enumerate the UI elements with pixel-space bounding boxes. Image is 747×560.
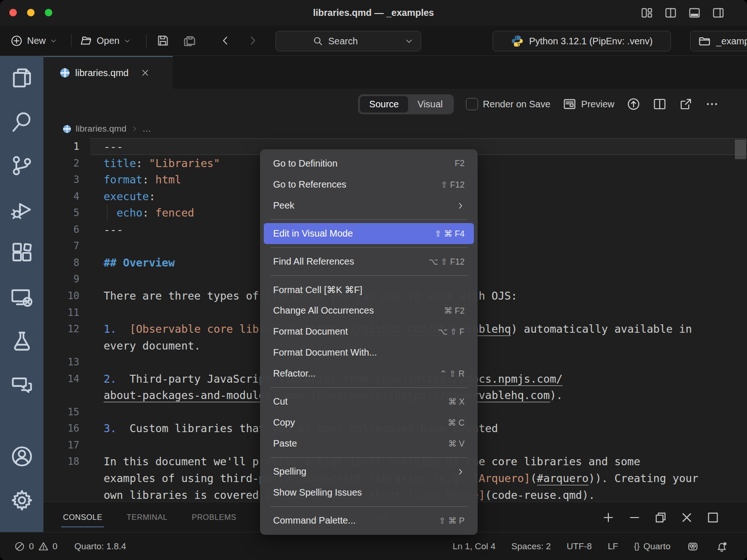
- tab-libraries-qmd[interactable]: libraries.qmd: [43, 56, 173, 89]
- menu-item-format-document[interactable]: Format Document⌥ ⇧ F: [264, 321, 474, 342]
- search-icon: [312, 35, 324, 47]
- workspace-label: _examples: [716, 36, 747, 47]
- navigate-forward-button[interactable]: [247, 26, 259, 56]
- menu-item-shortcut: ⇧ ⌘ F4: [435, 229, 465, 239]
- sidebar-item-run-debug[interactable]: [10, 197, 34, 222]
- menu-item-format-cell-k-f[interactable]: Format Cell [⌘K ⌘F]: [264, 279, 474, 300]
- preview-button[interactable]: Preview: [563, 97, 614, 111]
- activity-bar: [0, 56, 43, 532]
- preview-label: Preview: [581, 99, 614, 110]
- menu-item-label: Format Cell [⌘K ⌘F]: [273, 284, 465, 295]
- problems-status[interactable]: 0 0: [14, 541, 57, 552]
- editor-scrollbar[interactable]: [735, 140, 746, 159]
- language-mode-status[interactable]: {} Quarto: [634, 541, 670, 552]
- menu-item-paste[interactable]: Paste⌘ V: [264, 433, 474, 454]
- navigate-back-button[interactable]: [219, 26, 232, 56]
- close-tab-icon[interactable]: [141, 68, 150, 77]
- render-on-save-checkbox[interactable]: [466, 98, 478, 110]
- save-button[interactable]: [156, 26, 170, 56]
- status-bar: 0 0 Quarto: 1.8.4 Ln 1, Col 4 Spaces: 2 …: [0, 532, 747, 560]
- breadcrumb-more[interactable]: …: [142, 124, 151, 134]
- sidebar-item-extensions[interactable]: [10, 241, 34, 266]
- visual-mode-button[interactable]: Visual: [408, 96, 452, 112]
- render-icon[interactable]: [627, 97, 641, 111]
- line-number: 12: [43, 321, 79, 337]
- menu-item-format-document-with[interactable]: Format Document With...: [264, 342, 474, 363]
- menu-item-go-to-definition[interactable]: Go to DefinitionF2: [264, 153, 474, 174]
- menu-item-edit-in-visual-mode[interactable]: Edit in Visual Mode⇧ ⌘ F4: [264, 223, 474, 244]
- sidebar-item-search[interactable]: [10, 110, 34, 134]
- panel-tab-console[interactable]: CONSOLE: [62, 510, 103, 525]
- menu-item-show-spelling-issues[interactable]: Show Spelling Issues: [264, 482, 474, 503]
- indentation-status[interactable]: Spaces: 2: [511, 541, 551, 552]
- search-input[interactable]: Search: [275, 31, 421, 51]
- render-on-save-group: Render on Save: [466, 98, 550, 110]
- split-editor-icon[interactable]: [664, 7, 677, 19]
- line-number: 17: [43, 437, 79, 454]
- status-bar-right: Ln 1, Col 4 Spaces: 2 UTF-8 LF {} Quarto: [452, 532, 728, 560]
- menu-item-spelling[interactable]: Spelling: [264, 461, 474, 482]
- panel-tab-terminal[interactable]: TERMINAL: [126, 510, 168, 525]
- line-number: 5: [43, 204, 79, 221]
- line-number: 11: [43, 304, 79, 321]
- window-layout-controls: [641, 0, 725, 26]
- menu-item-copy[interactable]: Copy⌘ C: [264, 412, 474, 433]
- toggle-panel-icon[interactable]: [688, 7, 701, 19]
- source-mode-button[interactable]: Source: [360, 96, 408, 112]
- maximize-panel-icon[interactable]: [706, 511, 720, 525]
- sidebar-item-settings[interactable]: [10, 488, 34, 512]
- restore-panel-icon[interactable]: [654, 511, 668, 525]
- menu-item-go-to-references[interactable]: Go to References⇧ F12: [264, 174, 474, 195]
- line-number: 13: [43, 354, 79, 371]
- chevron-down-icon[interactable]: [405, 37, 413, 45]
- sidebar-item-source-control[interactable]: [10, 154, 34, 178]
- sidebar-item-sessions[interactable]: [10, 285, 34, 309]
- cursor-position-status[interactable]: Ln 1, Col 4: [452, 541, 495, 552]
- sidebar-item-account[interactable]: [10, 444, 34, 469]
- language-label: Quarto: [643, 541, 670, 552]
- panel-actions: [601, 502, 720, 532]
- eol-status[interactable]: LF: [608, 541, 618, 552]
- sidebar-item-testing[interactable]: [10, 329, 34, 353]
- encoding-status[interactable]: UTF-8: [567, 541, 592, 552]
- notifications-bell-icon[interactable]: [715, 540, 728, 553]
- menu-item-shortcut: ⌥ ⇧ F: [438, 327, 465, 337]
- interpreter-selector-button[interactable]: Python 3.12.1 (PipEnv: .venv): [493, 31, 671, 51]
- line-number: 3: [43, 171, 79, 188]
- sidebar-item-chat[interactable]: [10, 373, 34, 397]
- open-in-new-window-icon[interactable]: [679, 97, 693, 111]
- new-console-icon[interactable]: [601, 511, 615, 525]
- sidebar-item-explorer[interactable]: [10, 66, 34, 90]
- chevron-down-icon: [50, 37, 57, 44]
- workspace-button[interactable]: _examples: [690, 31, 747, 51]
- copilot-icon[interactable]: [686, 540, 699, 553]
- panel-tab-problems[interactable]: PROBLEMS: [191, 510, 238, 525]
- toggle-secondary-sidebar-icon[interactable]: [712, 7, 725, 19]
- menu-item-find-all-references[interactable]: Find All References⌥ ⇧ F12: [264, 251, 474, 272]
- menu-item-change-all-occurrences[interactable]: Change All Occurrences⌘ F2: [264, 300, 474, 321]
- breadcrumb[interactable]: libraries.qmd …: [43, 119, 747, 138]
- menu-item-cut[interactable]: Cut⌘ X: [264, 391, 474, 412]
- new-button[interactable]: New: [10, 26, 57, 56]
- split-editor-icon[interactable]: [653, 97, 667, 111]
- error-count: 0: [29, 541, 34, 552]
- menu-separator: [270, 272, 467, 279]
- menu-item-command-palette[interactable]: Command Palette...⇧ ⌘ P: [264, 510, 474, 531]
- line-number: 8: [43, 254, 79, 271]
- menu-item-shortcut: ⌥ ⇧ F12: [429, 257, 465, 267]
- menu-item-label: Paste: [273, 438, 448, 449]
- editor-context-menu: Go to DefinitionF2Go to References⇧ F12P…: [260, 149, 478, 535]
- minimize-panel-icon[interactable]: [627, 511, 641, 525]
- open-button[interactable]: Open: [79, 26, 131, 56]
- menu-item-refactor[interactable]: Refactor...⌃ ⇧ R: [264, 363, 474, 384]
- editor-action-bar: Source Visual Render on Save Preview: [43, 89, 747, 119]
- line-number: 6: [43, 221, 79, 238]
- quarto-version-status[interactable]: Quarto: 1.8.4: [74, 541, 126, 552]
- customize-layout-icon[interactable]: [641, 7, 653, 19]
- menu-item-peek[interactable]: Peek: [264, 195, 474, 216]
- close-panel-icon[interactable]: [680, 511, 694, 525]
- breadcrumb-file[interactable]: libraries.qmd: [76, 124, 127, 134]
- more-actions-icon[interactable]: [705, 97, 719, 111]
- breadcrumb-separator-icon: [131, 126, 138, 132]
- save-all-button[interactable]: [182, 26, 197, 56]
